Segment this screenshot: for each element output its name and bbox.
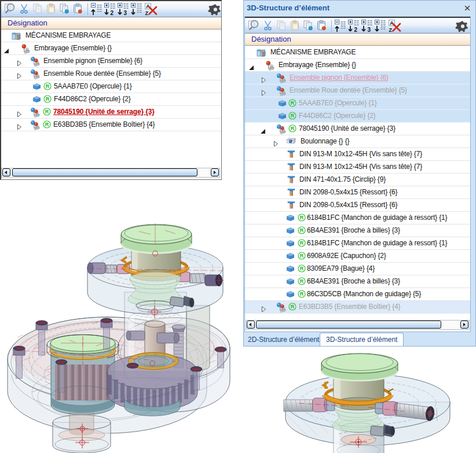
svg-text:R: R <box>46 96 50 102</box>
svg-text:R: R <box>300 227 304 233</box>
svg-text:R: R <box>300 240 304 246</box>
svg-text:R: R <box>300 266 304 271</box>
svg-text:R: R <box>45 109 49 115</box>
svg-text:Z: Z <box>389 27 393 33</box>
svg-text:R: R <box>300 278 304 284</box>
svg-text:R: R <box>300 291 304 297</box>
svg-text:R: R <box>45 121 49 127</box>
svg-text:Z: Z <box>145 10 149 16</box>
svg-text:R: R <box>291 113 295 119</box>
svg-text:R: R <box>300 253 304 259</box>
svg-text:R: R <box>300 215 304 220</box>
svg-text:R: R <box>291 304 295 310</box>
svg-text:3: 3 <box>368 27 371 33</box>
svg-text:3: 3 <box>124 10 127 16</box>
svg-text:R: R <box>291 126 295 131</box>
svg-text:2: 2 <box>111 10 114 16</box>
svg-text:2: 2 <box>354 27 358 33</box>
svg-text:R: R <box>46 83 50 89</box>
svg-text:R: R <box>291 100 295 106</box>
